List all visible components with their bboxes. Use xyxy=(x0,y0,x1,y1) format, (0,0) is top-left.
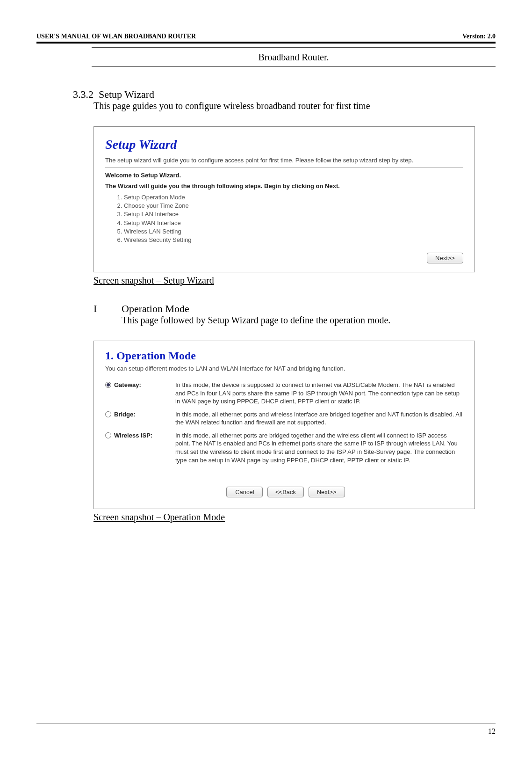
sw-subtitle: The setup wizard will guide you to confi… xyxy=(105,157,463,164)
sw-step: Setup WAN Interface xyxy=(124,219,463,227)
radio-gateway[interactable] xyxy=(105,382,111,388)
sw-step: Wireless Security Setting xyxy=(124,236,463,244)
subsection-index: I xyxy=(93,303,122,315)
cancel-button[interactable]: Cancel xyxy=(226,487,263,497)
radio-wireless-isp[interactable] xyxy=(105,432,111,438)
sw-title: Setup Wizard xyxy=(105,137,463,152)
sw-instruction: The Wizard will guide you the through fo… xyxy=(105,182,463,190)
subsection-heading: I Operation Mode xyxy=(93,303,496,315)
section-title: Setup Wizard xyxy=(99,88,154,100)
page-header: USER'S MANUAL OF WLAN BROADBAND ROUTER V… xyxy=(36,33,496,40)
prev-page-table-row: Broadband Router. xyxy=(92,47,496,67)
mode-desc: In this mode, all ethernet ports and wir… xyxy=(175,410,463,427)
prev-table-cell: Broadband Router. xyxy=(258,52,329,63)
setup-wizard-screenshot: Setup Wizard The setup wizard will guide… xyxy=(93,126,475,272)
sw-welcome: Welcome to Setup Wizard. xyxy=(105,172,463,179)
op-subtitle: You can setup different modes to LAN and… xyxy=(105,365,463,372)
header-right: Version: 2.0 xyxy=(462,33,496,40)
sw-divider xyxy=(105,168,463,168)
sw-steps-list: Setup Operation Mode Choose your Time Zo… xyxy=(124,193,463,244)
section-intro: This page guides you to configure wirele… xyxy=(93,101,496,111)
next-button[interactable]: Next>> xyxy=(427,253,463,263)
mode-desc: In this mode, all ethernet ports are bri… xyxy=(175,431,463,464)
op-title: 1. Operation Mode xyxy=(105,350,463,362)
radio-bridge[interactable] xyxy=(105,411,111,417)
footer-rule xyxy=(36,723,496,723)
mode-row-bridge: Bridge: In this mode, all ethernet ports… xyxy=(105,410,463,427)
op-divider xyxy=(105,376,463,376)
section-number: 3.3.2 xyxy=(73,88,93,100)
mode-row-gateway: Gateway: In this mode, the device is sup… xyxy=(105,381,463,406)
back-button[interactable]: <<Back xyxy=(267,487,304,497)
caption-setup-wizard: Screen snapshot – Setup Wizard xyxy=(93,275,496,286)
subsection-intro: This page followed by Setup Wizard page … xyxy=(122,315,496,326)
page-number: 12 xyxy=(36,727,496,736)
header-rule-thin xyxy=(36,43,496,44)
next-button[interactable]: Next>> xyxy=(309,487,345,497)
sw-step: Wireless LAN Setting xyxy=(124,227,463,236)
mode-row-wireless-isp: Wireless ISP: In this mode, all ethernet… xyxy=(105,431,463,464)
sw-step: Setup LAN Interface xyxy=(124,210,463,219)
mode-desc: In this mode, the device is supposed to … xyxy=(175,381,463,406)
mode-label: Gateway: xyxy=(114,381,141,388)
mode-label: Bridge: xyxy=(114,411,136,418)
sw-step: Choose your Time Zone xyxy=(124,202,463,210)
caption-operation-mode: Screen snapshot – Operation Mode xyxy=(93,512,496,523)
header-left: USER'S MANUAL OF WLAN BROADBAND ROUTER xyxy=(36,33,196,40)
operation-mode-screenshot: 1. Operation Mode You can setup differen… xyxy=(93,341,475,509)
mode-label: Wireless ISP: xyxy=(114,432,152,439)
section-heading: 3.3.2 Setup Wizard xyxy=(73,88,496,101)
sw-step: Setup Operation Mode xyxy=(124,193,463,202)
subsection-title: Operation Mode xyxy=(122,303,189,315)
